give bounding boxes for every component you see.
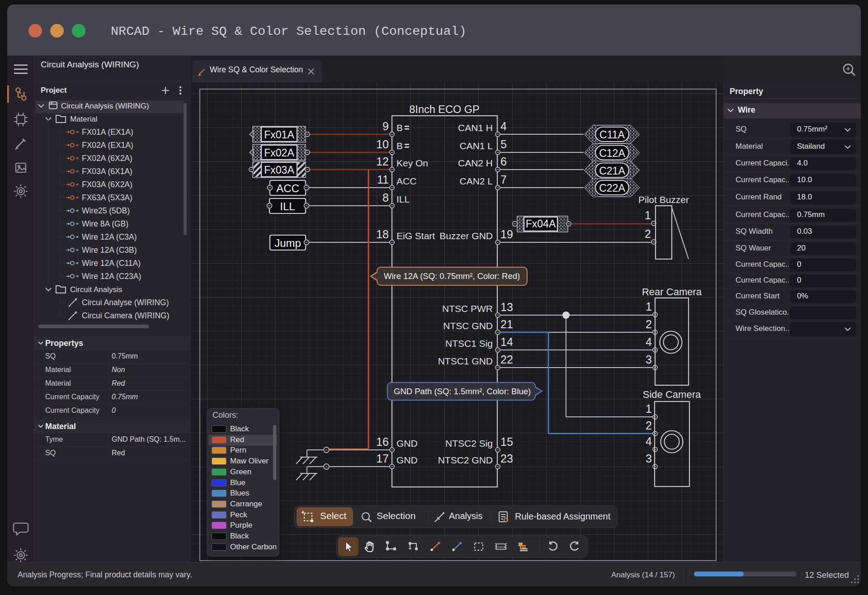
svg-text:6: 6 [500, 155, 507, 168]
svg-text:8: 8 [382, 191, 389, 204]
svg-text:FX03A (6X2A): FX03A (6X2A) [82, 180, 132, 189]
svg-text:Circui Analyse (WIRING): Circui Analyse (WIRING) [82, 298, 169, 307]
svg-text:17: 17 [376, 452, 389, 465]
svg-text:NTSC GND: NTSC GND [443, 321, 493, 331]
svg-text:NTSC2 GND: NTSC2 GND [438, 455, 493, 465]
svg-text:Circui Camera (WIRING): Circui Camera (WIRING) [82, 311, 169, 320]
svg-text:FX01A (EX1A): FX01A (EX1A) [82, 128, 133, 137]
svg-text:FX63A (5X3A): FX63A (5X3A) [82, 193, 132, 202]
svg-text:5: 5 [500, 138, 507, 151]
svg-text:C22A: C22A [599, 182, 625, 194]
svg-text:NTSC1 Sig: NTSC1 Sig [445, 338, 493, 349]
svg-text:ACC: ACC [276, 182, 299, 194]
svg-text:14: 14 [500, 335, 513, 348]
svg-text:CAN1 H: CAN1 H [458, 123, 493, 133]
svg-text:CUCUE: CUCUE [496, 546, 505, 548]
svg-text:Wire 12A (C3B): Wire 12A (C3B) [82, 246, 137, 255]
svg-text:ILL: ILL [280, 200, 295, 212]
svg-text:Fx04A: Fx04A [526, 218, 556, 230]
svg-text:ACC: ACC [396, 176, 416, 186]
svg-text:Circuit Analysis (WIRING): Circuit Analysis (WIRING) [61, 102, 149, 110]
svg-text:1: 1 [646, 402, 652, 415]
svg-text:Fx02A: Fx02A [264, 147, 294, 159]
svg-text:CAN2 H: CAN2 H [458, 158, 493, 168]
svg-text:Wire 12A (C11A): Wire 12A (C11A) [82, 259, 141, 268]
svg-text:GND: GND [396, 438, 418, 449]
svg-text:FX03A (6X1A): FX03A (6X1A) [82, 167, 132, 176]
svg-text:7: 7 [500, 173, 507, 186]
svg-text:Side Camera: Side Camera [643, 389, 701, 400]
svg-text:Key On: Key On [396, 158, 428, 168]
svg-text:GND: GND [396, 455, 418, 465]
svg-text:2: 2 [645, 227, 651, 240]
svg-text:NTSC2 Sig: NTSC2 Sig [445, 438, 493, 449]
svg-text:15: 15 [500, 435, 513, 448]
svg-text:13: 13 [500, 301, 513, 313]
svg-text:4: 4 [646, 335, 652, 348]
svg-text:10: 10 [376, 138, 389, 151]
svg-text:Wire 12A (C3A): Wire 12A (C3A) [82, 232, 137, 241]
svg-text:1: 1 [646, 300, 652, 313]
svg-text:Rear Camera: Rear Camera [642, 286, 702, 298]
svg-text:B: B [396, 141, 403, 151]
svg-text:Fx01A: Fx01A [264, 129, 294, 141]
svg-text:ILL: ILL [396, 194, 410, 204]
svg-text:19: 19 [500, 228, 513, 241]
svg-text:NTSC PWR: NTSC PWR [442, 303, 493, 314]
svg-text:9: 9 [382, 120, 389, 132]
svg-text:FX02A (EX1A): FX02A (EX1A) [82, 141, 133, 150]
svg-text:NTSC1 GND: NTSC1 GND [438, 356, 493, 366]
svg-text:Circuit Analysis: Circuit Analysis [70, 285, 122, 294]
svg-text:Wire 8A (GB): Wire 8A (GB) [82, 219, 128, 228]
svg-text:21: 21 [500, 318, 513, 331]
svg-text:Material: Material [70, 115, 97, 123]
svg-text:Fx03A: Fx03A [264, 164, 294, 176]
svg-text:4: 4 [500, 120, 507, 132]
svg-text:Jump: Jump [274, 237, 301, 249]
svg-text:12: 12 [376, 155, 389, 168]
svg-text:16: 16 [376, 435, 389, 448]
svg-text:C21A: C21A [599, 165, 625, 177]
svg-text:22: 22 [500, 353, 513, 366]
svg-text:8Inch ECO GP: 8Inch ECO GP [409, 104, 479, 115]
svg-text:23: 23 [500, 452, 513, 465]
svg-text:1: 1 [645, 209, 651, 222]
svg-text:Wire 12A (C23A): Wire 12A (C23A) [82, 272, 141, 281]
svg-text:FX02A (6X2A): FX02A (6X2A) [82, 154, 132, 163]
svg-text:11: 11 [377, 173, 389, 186]
svg-text:3: 3 [646, 353, 652, 366]
svg-text:CAN1 L: CAN1 L [459, 141, 493, 151]
svg-text:2: 2 [646, 318, 652, 331]
svg-text:B: B [396, 123, 403, 133]
svg-text:3: 3 [646, 452, 652, 465]
svg-text:2: 2 [646, 419, 652, 432]
svg-text:4: 4 [646, 435, 652, 448]
svg-text:Wire25 (5DB): Wire25 (5DB) [82, 206, 130, 215]
svg-text:18: 18 [376, 228, 389, 241]
svg-text:Buzzer GND: Buzzer GND [439, 231, 493, 241]
svg-text:Pilot Buzzer: Pilot Buzzer [638, 194, 689, 205]
svg-text:CAN2 L: CAN2 L [459, 176, 493, 186]
svg-text:C12A: C12A [599, 147, 625, 159]
svg-text:C11A: C11A [599, 129, 625, 141]
svg-text:EiG Start: EiG Start [396, 231, 435, 241]
